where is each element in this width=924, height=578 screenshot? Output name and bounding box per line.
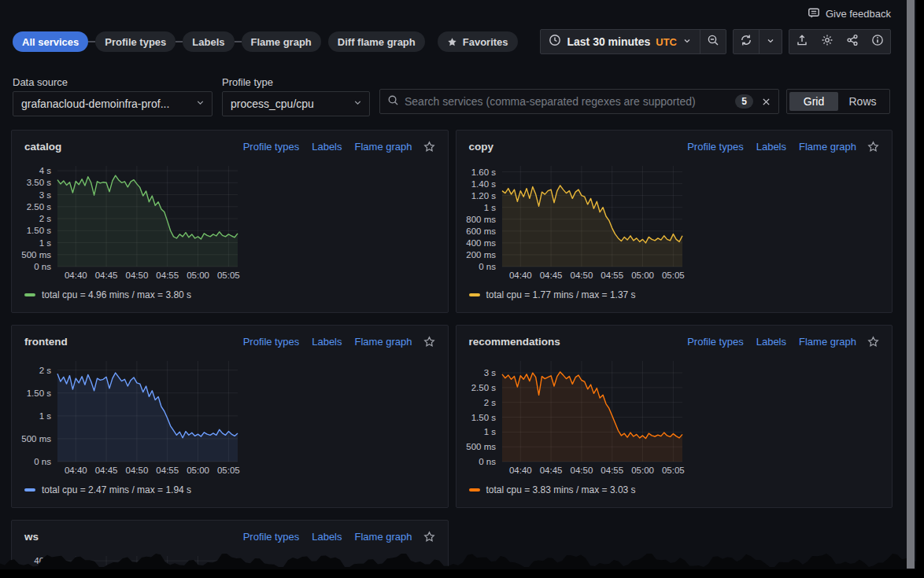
comment-icon: [808, 7, 820, 20]
svg-text:05:05: 05:05: [661, 271, 684, 280]
top-toolbar: Last 30 minutes UTC: [540, 29, 891, 54]
time-range-picker[interactable]: Last 30 minutes UTC: [541, 34, 700, 50]
timeseries-chart[interactable]: 2 s1.50 s1 s500 ms0 ns04:4004:4504:5004:…: [12, 355, 248, 480]
panel-actions: Profile types Labels Flame graph: [243, 141, 435, 153]
flame-graph-link[interactable]: Flame graph: [355, 336, 412, 348]
layout-grid-option[interactable]: Grid: [789, 92, 838, 111]
time-range-label: Last 30 minutes: [567, 35, 650, 48]
services-search: 5: [379, 89, 779, 114]
svg-text:05:05: 05:05: [217, 271, 240, 280]
svg-text:04:40: 04:40: [508, 466, 531, 475]
info-button[interactable]: [865, 30, 890, 53]
tab-favorites-label: Favorites: [463, 36, 508, 48]
results-count-badge: 5: [735, 94, 753, 109]
legend-series-label: total cpu = 2.47 mins / max = 1.94 s: [42, 484, 191, 495]
panel-header: copy Profile types Labels Flame graph: [456, 131, 893, 159]
svg-text:04:45: 04:45: [95, 271, 118, 280]
tab-connector: [235, 41, 242, 42]
panel-actions: Profile types Labels Flame graph: [243, 336, 435, 348]
chevron-down-icon: [682, 35, 692, 49]
svg-text:05:00: 05:00: [187, 271, 209, 280]
zoom-out-button[interactable]: [700, 30, 726, 53]
profile-types-link[interactable]: Profile types: [687, 336, 744, 348]
chart-legend[interactable]: total cpu = 1.77 mins / max = 1.37 s: [469, 289, 893, 300]
flame-graph-link[interactable]: Flame graph: [355, 531, 412, 543]
pyroscope-app: Give feedback All services Profile types…: [0, 0, 924, 578]
tab-flame-graph[interactable]: Flame graph: [242, 31, 321, 52]
refresh-interval-dropdown[interactable]: [760, 30, 782, 53]
svg-text:2 s: 2 s: [39, 214, 52, 223]
refresh-button[interactable]: [734, 30, 759, 53]
timeseries-chart[interactable]: 1.60 s1.40 s1.20 s1 s800 ms600 ms400 ms2…: [456, 160, 693, 285]
chevron-down-icon: [195, 97, 205, 111]
flame-graph-link[interactable]: Flame graph: [355, 141, 412, 153]
profile-type-select[interactable]: process_cpu/cpu: [222, 91, 370, 116]
labels-link[interactable]: Labels: [312, 141, 342, 153]
panel-actions: Profile types Labels Flame graph: [687, 141, 879, 153]
profile-types-link[interactable]: Profile types: [243, 336, 300, 348]
svg-text:0 ns: 0 ns: [34, 457, 51, 466]
favorite-star-icon[interactable]: [867, 336, 879, 348]
svg-text:3 s: 3 s: [483, 368, 496, 377]
tab-all-services[interactable]: All services: [13, 31, 88, 52]
search-input[interactable]: [405, 95, 735, 108]
svg-text:05:05: 05:05: [217, 466, 240, 475]
svg-text:04:40: 04:40: [65, 271, 87, 280]
flame-graph-link[interactable]: Flame graph: [799, 336, 856, 348]
give-feedback-label: Give feedback: [826, 8, 891, 20]
tab-diff-flame-graph[interactable]: Diff flame graph: [328, 31, 425, 52]
vertical-scrollbar[interactable]: [907, 0, 915, 569]
timeseries-chart[interactable]: 3 s2.50 s2 s1.50 s1 s500 ms0 ns04:4004:4…: [456, 355, 693, 480]
svg-text:04:45: 04:45: [539, 466, 562, 475]
labels-link[interactable]: Labels: [756, 141, 786, 153]
profile-type-label: Profile type: [222, 76, 370, 88]
timezone-label: UTC: [656, 36, 677, 48]
data-source-select[interactable]: grafanacloud-demoinfra-prof...: [13, 91, 213, 116]
favorite-star-icon[interactable]: [423, 531, 435, 543]
legend-series-marker: [24, 293, 35, 296]
labels-link[interactable]: Labels: [312, 531, 342, 543]
tab-connector: [88, 41, 95, 42]
export-button[interactable]: [789, 30, 815, 53]
profile-types-link[interactable]: Profile types: [243, 141, 300, 153]
svg-text:2.50 s: 2.50 s: [27, 202, 52, 212]
panel-title: frontend: [24, 336, 68, 348]
favorite-star-icon[interactable]: [867, 141, 879, 153]
chart-legend[interactable]: total cpu = 4.96 mins / max = 3.80 s: [24, 289, 448, 300]
profile-types-link[interactable]: Profile types: [687, 141, 744, 153]
svg-text:05:00: 05:00: [631, 271, 654, 280]
svg-text:400 ms: 400 ms: [466, 238, 496, 248]
svg-text:1.20 s: 1.20 s: [471, 191, 496, 201]
labels-link[interactable]: Labels: [312, 336, 342, 348]
svg-text:04:40: 04:40: [65, 466, 87, 475]
chevron-down-icon: [766, 35, 775, 49]
tab-profile-types[interactable]: Profile types: [95, 31, 176, 52]
chart-legend[interactable]: total cpu = 3.83 mins / max = 3.03 s: [469, 484, 893, 495]
svg-text:04:55: 04:55: [156, 271, 179, 280]
svg-text:1 s: 1 s: [483, 203, 496, 212]
legend-series-label: total cpu = 4.96 mins / max = 3.80 s: [42, 289, 191, 300]
svg-text:800 ms: 800 ms: [466, 215, 496, 224]
flame-graph-link[interactable]: Flame graph: [799, 141, 856, 153]
favorite-star-icon[interactable]: [423, 141, 435, 153]
settings-button[interactable]: [815, 30, 840, 53]
labels-link[interactable]: Labels: [756, 336, 786, 348]
layout-rows-option[interactable]: Rows: [838, 92, 887, 111]
chart-legend[interactable]: total cpu = 2.47 mins / max = 1.94 s: [24, 484, 448, 495]
actions-group: [789, 29, 891, 54]
tab-favorites[interactable]: Favorites: [438, 31, 518, 52]
profile-types-link[interactable]: Profile types: [243, 531, 300, 543]
clear-search-button[interactable]: [761, 97, 771, 107]
legend-series-label: total cpu = 3.83 mins / max = 3.03 s: [486, 484, 636, 495]
panel-title: copy: [469, 141, 494, 153]
svg-text:0 ns: 0 ns: [479, 262, 496, 271]
timeseries-chart[interactable]: 4 s3.50 s3 s2.50 s2 s1.50 s1 s500 ms0 ns…: [12, 160, 248, 285]
share-button[interactable]: [840, 30, 865, 53]
favorite-star-icon[interactable]: [423, 336, 435, 348]
give-feedback-button[interactable]: Give feedback: [808, 7, 891, 20]
refresh-icon: [740, 34, 752, 50]
panels-grid: catalog Profile types Labels Flame graph…: [11, 130, 893, 578]
svg-text:1 s: 1 s: [39, 411, 52, 421]
tab-labels[interactable]: Labels: [183, 31, 234, 52]
panel-actions: Profile types Labels Flame graph: [243, 531, 435, 543]
